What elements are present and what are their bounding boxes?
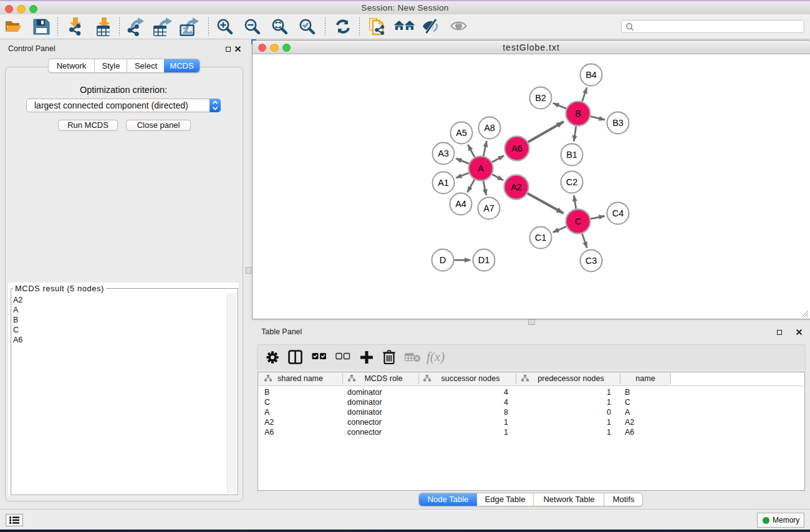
svg-text:D1: D1 bbox=[478, 255, 490, 265]
svg-text:C3: C3 bbox=[586, 256, 597, 266]
svg-text:D: D bbox=[440, 255, 446, 265]
svg-text:B3: B3 bbox=[612, 118, 624, 128]
svg-text:A4: A4 bbox=[455, 199, 466, 209]
svg-text:A5: A5 bbox=[456, 128, 467, 138]
svg-text:B: B bbox=[575, 109, 581, 118]
svg-text:A2: A2 bbox=[511, 182, 522, 192]
svg-text:C4: C4 bbox=[612, 208, 624, 218]
svg-text:A3: A3 bbox=[438, 148, 449, 158]
svg-text:C1: C1 bbox=[535, 233, 547, 243]
svg-text:A6: A6 bbox=[511, 143, 523, 153]
svg-text:A1: A1 bbox=[438, 178, 449, 188]
svg-text:A7: A7 bbox=[483, 203, 494, 213]
svg-text:A: A bbox=[478, 163, 484, 173]
svg-text:B4: B4 bbox=[586, 70, 597, 80]
svg-text:B2: B2 bbox=[535, 93, 546, 103]
svg-text:C: C bbox=[575, 216, 581, 226]
svg-text:C2: C2 bbox=[566, 177, 578, 187]
svg-text:B1: B1 bbox=[566, 150, 577, 160]
svg-text:A8: A8 bbox=[484, 123, 495, 133]
